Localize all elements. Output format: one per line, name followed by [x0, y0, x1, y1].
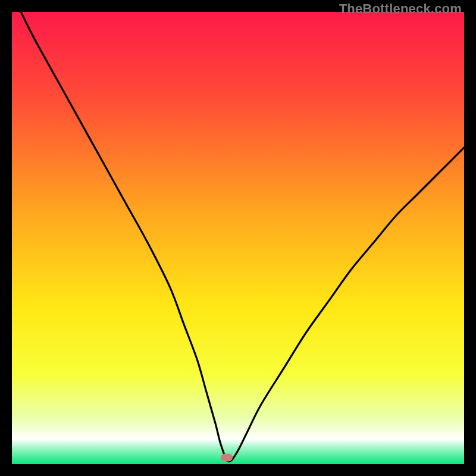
gradient-background: [12, 12, 464, 464]
optimal-marker: [221, 454, 233, 462]
chart-frame: [12, 12, 464, 464]
bottleneck-plot: [12, 12, 464, 464]
watermark-text: TheBottleneck.com: [339, 1, 462, 17]
